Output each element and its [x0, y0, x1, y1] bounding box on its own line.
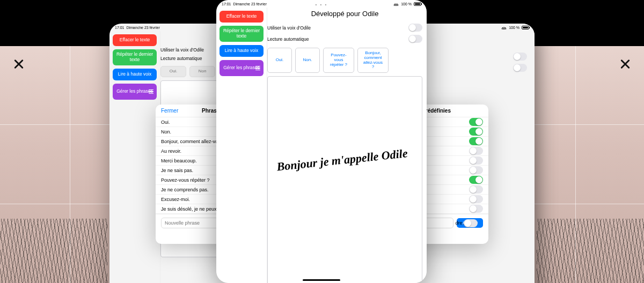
home-indicator — [303, 279, 340, 281]
phrase-text: Oui. — [161, 120, 170, 125]
auto-toggle[interactable] — [408, 35, 422, 43]
modal-title-right: rédéfinies — [426, 108, 451, 114]
status-battery-text: 100 % — [509, 26, 519, 29]
status-time: 17:01 — [222, 2, 231, 6]
phrase-text: Non. — [161, 129, 171, 135]
use-voice-label: Utiliser la voix d'Odile — [160, 47, 204, 53]
chip-non[interactable]: Non. — [295, 48, 320, 73]
sidebar: Effacer le texte Répéter le dernier text… — [109, 31, 160, 283]
manage-phrases-label: Gérer les phrases — [223, 65, 260, 71]
phrase-text: Excusez-moi. — [161, 197, 190, 202]
phrase-text: Je ne sais pas. — [161, 168, 193, 173]
status-date: Dimanche 23 février — [233, 2, 267, 6]
repeat-button[interactable]: Répéter le dernier texte — [219, 26, 264, 42]
phrase-text: Au revoir. — [161, 148, 181, 154]
repeat-button[interactable]: Répéter le dernier texte — [113, 49, 157, 65]
phrase-toggle[interactable] — [469, 128, 483, 136]
auto-read-label: Lecture automatique — [267, 36, 309, 42]
battery-icon — [522, 26, 529, 29]
phrase-text: Merci beaucoup. — [161, 158, 197, 163]
wifi-icon — [501, 26, 507, 29]
ipad-screenshot-center: • • • 17:01 Dimanche 23 février 100 % Ef… — [216, 0, 427, 283]
list-icon — [149, 90, 153, 94]
phrase-text: Je ne comprends pas. — [161, 187, 209, 192]
phrase-text: dre. — [455, 220, 464, 226]
chip-oui[interactable]: Oui. — [160, 66, 186, 77]
multitask-dots-icon: • • • — [316, 2, 328, 7]
auto-read-label: Lecture automatique — [160, 56, 202, 61]
phrase-toggle[interactable] — [469, 205, 483, 213]
manage-phrases-button[interactable]: Gérer les phrases — [113, 84, 157, 100]
handwritten-text: Bonjour je m'appelle Odile — [276, 146, 416, 174]
text-canvas[interactable]: Bonjour je m'appelle Odile — [267, 76, 422, 283]
phrase-row: dre. — [450, 218, 483, 228]
chip-non[interactable]: Non — [189, 66, 215, 77]
phrase-toggle[interactable] — [469, 118, 483, 126]
status-battery-text: 100 % — [401, 2, 412, 6]
list-icon — [255, 66, 260, 70]
phrase-toggle[interactable] — [469, 176, 483, 184]
manage-phrases-button[interactable]: Gérer les phrases — [219, 60, 264, 76]
phrase-text: Pouvez-vous répéter ? — [161, 177, 210, 183]
auto-toggle[interactable] — [513, 64, 527, 72]
wifi-icon — [393, 2, 399, 6]
phrase-toggle[interactable] — [469, 195, 483, 203]
crop-grid-line — [575, 46, 576, 283]
phrase-toggle[interactable] — [469, 157, 483, 165]
use-voice-label: Utiliser la voix d'Odile — [267, 25, 311, 31]
battery-icon — [414, 2, 421, 6]
chip-hello[interactable]: Bonjour, comment allez-vous ? — [357, 48, 389, 73]
speak-button[interactable]: Lire à haute voix — [219, 45, 264, 57]
phrase-toggle[interactable] — [464, 219, 478, 227]
voice-toggle[interactable] — [408, 24, 422, 32]
speak-button[interactable]: Lire à haute voix — [113, 69, 157, 80]
voice-toggle[interactable] — [513, 53, 527, 61]
chip-oui[interactable]: Oui. — [267, 48, 292, 73]
close-icon[interactable] — [13, 58, 25, 70]
phrase-toggle[interactable] — [469, 147, 483, 155]
modal-close-link[interactable]: Fermer — [161, 108, 178, 114]
crop-grid-line — [70, 46, 70, 283]
manage-phrases-label: Gérer les phrases — [116, 89, 153, 94]
sidebar: Effacer le texte Répéter le dernier text… — [216, 8, 267, 283]
status-time: 17:01 — [115, 26, 125, 29]
erase-button[interactable]: Effacer le texte — [219, 11, 264, 23]
app-title: Développé pour Odile — [267, 8, 422, 22]
erase-button[interactable]: Effacer le texte — [113, 34, 157, 46]
phrase-toggle[interactable] — [469, 166, 483, 174]
phrase-toggle[interactable] — [469, 137, 483, 145]
status-date: Dimanche 23 février — [126, 26, 160, 29]
close-icon[interactable] — [619, 58, 631, 70]
phrase-toggle[interactable] — [469, 185, 483, 193]
chip-repeat[interactable]: Pouvez-vous répéter ? — [323, 48, 354, 73]
